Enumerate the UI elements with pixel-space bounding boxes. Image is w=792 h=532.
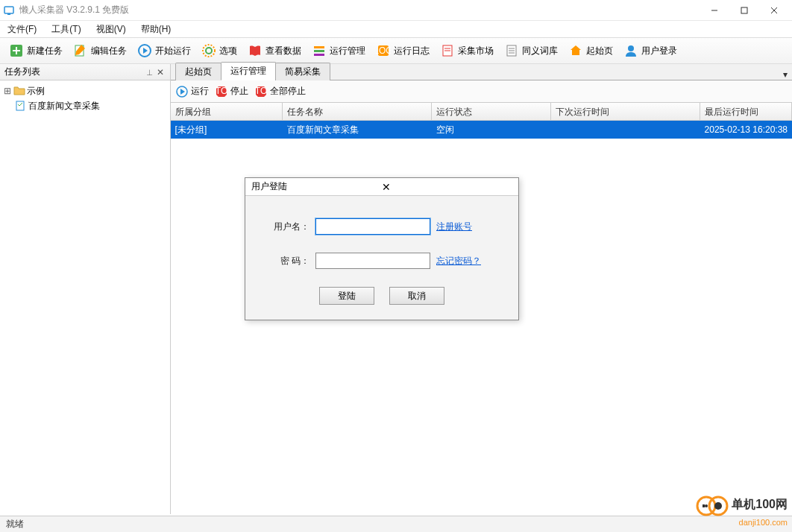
tree-task-item[interactable]: 百度新闻文章采集: [1, 98, 169, 113]
svg-marker-11: [143, 48, 148, 54]
plus-icon: [9, 43, 24, 58]
password-label: 密 码：: [260, 255, 309, 267]
sidebar-close-icon[interactable]: ✕: [155, 67, 166, 77]
forgot-password-link[interactable]: 忘记密码？: [436, 255, 481, 267]
start-page-button[interactable]: 起始页: [564, 42, 617, 60]
svg-text:STOP: STOP: [215, 86, 228, 96]
tab-run-manage[interactable]: 运行管理: [221, 62, 276, 80]
edit-icon: [73, 43, 88, 58]
username-label: 用户名：: [260, 221, 309, 233]
sidebar-title: 任务列表: [4, 66, 40, 78]
svg-marker-29: [180, 89, 185, 95]
col-status[interactable]: 运行状态: [432, 103, 551, 120]
svg-point-36: [714, 502, 722, 510]
maximize-button[interactable]: [729, 0, 759, 21]
book-icon: [248, 43, 263, 58]
table-row[interactable]: [未分组] 百度新闻文章采集 空闲 2025-02-13 16:20:38: [171, 121, 792, 139]
col-last-run[interactable]: 最后运行时间: [700, 103, 792, 120]
sub-run-button[interactable]: 运行: [175, 85, 209, 98]
stop-all-icon: STOP: [254, 85, 268, 98]
toolbar: 新建任务 编辑任务 开始运行 选项 查看数据 运行管理 LOG运行日志 采集市场…: [0, 37, 792, 64]
window-title: 懒人采集器 V3.2.9.1 免费版: [19, 4, 700, 16]
dialog-titlebar: 用户登陆 ✕: [245, 178, 518, 196]
svg-rect-27: [16, 101, 24, 110]
dict-icon: [504, 43, 519, 58]
new-task-button[interactable]: 新建任务: [4, 42, 67, 60]
stop-icon: STOP: [215, 85, 228, 98]
svg-rect-1: [7, 13, 10, 15]
pin-icon[interactable]: ⟂: [145, 67, 155, 77]
user-login-button[interactable]: 用户登录: [619, 42, 682, 60]
svg-rect-3: [741, 7, 747, 13]
menu-tool[interactable]: 工具(T): [48, 22, 84, 37]
view-data-button[interactable]: 查看数据: [243, 42, 306, 60]
market-icon: [440, 43, 455, 58]
sub-stop-all-button[interactable]: STOP全部停止: [254, 85, 306, 98]
play-icon: [137, 43, 152, 58]
app-icon: [3, 4, 15, 16]
login-dialog: 用户登陆 ✕ 用户名： 注册账号 密 码： 忘记密码？ 登陆 取消: [245, 177, 519, 320]
tree-group-item[interactable]: ⊞ 示例: [1, 83, 169, 98]
svg-point-26: [628, 45, 634, 51]
svg-text:STOP: STOP: [254, 86, 268, 96]
tab-start-page[interactable]: 起始页: [175, 63, 221, 80]
watermark-url: danji100.com: [739, 518, 788, 527]
tabstrip: 起始页 运行管理 简易采集 ▾: [171, 64, 792, 80]
market-button[interactable]: 采集市场: [436, 42, 498, 60]
close-button[interactable]: [759, 0, 789, 21]
watermark: 单机100网 danji100.com: [695, 495, 788, 528]
tab-dropdown-icon[interactable]: ▾: [779, 69, 792, 80]
svg-rect-16: [314, 54, 324, 56]
menu-help[interactable]: 帮助(H): [138, 22, 175, 37]
sub-stop-button[interactable]: STOP停止: [215, 85, 248, 98]
sidebar-header: 任务列表 ⟂ ✕: [0, 64, 170, 80]
cancel-button[interactable]: 取消: [389, 287, 444, 305]
col-group[interactable]: 所属分组: [171, 103, 283, 120]
edit-task-button[interactable]: 编辑任务: [69, 42, 131, 60]
col-task-name[interactable]: 任务名称: [283, 103, 432, 120]
watermark-text: 单机100网: [732, 498, 788, 510]
run-manage-button[interactable]: 运行管理: [307, 42, 370, 60]
menubar: 文件(F) 工具(T) 视图(V) 帮助(H): [0, 21, 792, 37]
statusbar: 就绪: [0, 516, 792, 532]
options-button[interactable]: 选项: [197, 42, 242, 60]
run-log-button[interactable]: LOG运行日志: [371, 42, 434, 60]
svg-rect-15: [314, 50, 324, 52]
task-icon: [15, 101, 25, 111]
menu-view[interactable]: 视图(V): [93, 22, 129, 37]
grid-header: 所属分组 任务名称 运行状态 下次运行时间 最后运行时间: [171, 103, 792, 121]
expand-icon[interactable]: ⊞: [3, 86, 12, 96]
status-text: 就绪: [6, 518, 24, 531]
svg-rect-14: [314, 46, 324, 48]
menu-file[interactable]: 文件(F): [4, 22, 40, 37]
svg-point-37: [705, 504, 708, 507]
start-run-button[interactable]: 开始运行: [133, 42, 195, 60]
titlebar: 懒人采集器 V3.2.9.1 免费版: [0, 0, 792, 21]
svg-point-12: [206, 48, 212, 54]
synonym-button[interactable]: 同义词库: [500, 42, 562, 60]
play-icon: [175, 85, 189, 98]
dialog-close-icon[interactable]: ✕: [382, 181, 512, 193]
minimize-button[interactable]: [700, 0, 729, 21]
gear-icon: [201, 43, 216, 58]
home-icon: [568, 43, 583, 58]
col-next-run[interactable]: 下次运行时间: [551, 103, 700, 120]
watermark-icon: [695, 495, 729, 517]
login-button[interactable]: 登陆: [319, 287, 374, 305]
manage-icon: [312, 43, 327, 58]
tab-simple-collect[interactable]: 简易采集: [275, 63, 330, 80]
user-icon: [623, 43, 638, 58]
username-input[interactable]: [315, 218, 430, 235]
svg-point-13: [203, 45, 215, 57]
sidebar: 任务列表 ⟂ ✕ ⊞ 示例 百度新闻文章采集: [0, 64, 171, 514]
folder-icon: [13, 86, 25, 96]
subtoolbar: 运行 STOP停止 STOP全部停止: [171, 80, 792, 103]
svg-text:LOG: LOG: [376, 45, 391, 56]
task-tree: ⊞ 示例 百度新闻文章采集: [0, 80, 170, 116]
svg-rect-0: [4, 7, 13, 13]
dialog-title: 用户登陆: [251, 180, 382, 193]
log-icon: LOG: [376, 43, 391, 58]
svg-rect-38: [703, 504, 705, 507]
register-link[interactable]: 注册账号: [436, 221, 472, 233]
password-input[interactable]: [315, 253, 430, 269]
